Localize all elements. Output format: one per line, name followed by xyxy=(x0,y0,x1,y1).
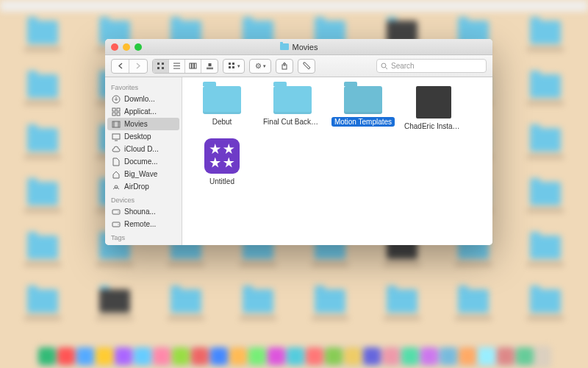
svg-line-19 xyxy=(386,67,388,69)
sidebar-item-purple[interactable]: Purple xyxy=(105,243,182,245)
svg-point-34 xyxy=(118,224,118,224)
svg-rect-23 xyxy=(112,113,115,116)
file-item[interactable]: Untitled xyxy=(190,138,254,186)
folder-icon xyxy=(203,86,241,114)
sidebar: FavoritesDownlo...Applicat...MoviesDeskt… xyxy=(105,77,182,245)
sidebar-header: Tags xyxy=(105,230,182,243)
forward-button[interactable] xyxy=(129,60,147,73)
file-item[interactable]: Motion Templates xyxy=(331,86,395,131)
tag-purple-icon xyxy=(111,244,121,245)
sidebar-item-label: Desktop xyxy=(124,132,151,141)
sidebar-item-label: AirDrop xyxy=(124,183,149,191)
disk-icon xyxy=(111,207,121,216)
sidebar-item-airdrop[interactable]: AirDrop xyxy=(105,180,182,193)
sidebar-header: Devices xyxy=(105,193,182,205)
sidebar-item-label: Downlo... xyxy=(124,95,155,103)
folder-icon xyxy=(344,86,382,114)
view-coverflow-button[interactable] xyxy=(201,60,218,73)
arrange-dropdown[interactable]: ▾ xyxy=(223,59,245,74)
folder-icon xyxy=(273,86,312,114)
view-columns-button[interactable] xyxy=(185,60,201,73)
movies-icon xyxy=(111,119,121,129)
sidebar-item-desktop[interactable]: Desktop xyxy=(105,130,182,143)
titlebar[interactable]: Movies xyxy=(105,39,492,55)
svg-rect-28 xyxy=(112,134,120,139)
svg-rect-22 xyxy=(117,108,120,111)
file-label: Final Cut Backups xyxy=(260,117,325,127)
sidebar-item-bigwave[interactable]: Big_Wave xyxy=(105,168,182,180)
file-label: ChadEric Instagram vids xyxy=(401,121,466,131)
sidebar-item-label: Applicat... xyxy=(124,107,157,116)
sidebar-item-downlo[interactable]: Downlo... xyxy=(105,93,182,105)
svg-rect-2 xyxy=(157,67,159,69)
svg-point-18 xyxy=(381,63,386,68)
svg-rect-14 xyxy=(232,63,234,65)
svg-rect-13 xyxy=(229,63,231,65)
video-thumbnail-icon xyxy=(416,86,451,118)
folder-icon xyxy=(280,43,289,50)
tags-button[interactable] xyxy=(298,59,315,74)
svg-rect-15 xyxy=(229,66,231,68)
file-item[interactable]: Debut xyxy=(190,86,254,131)
sidebar-item-icloudd[interactable]: iCloud D... xyxy=(105,143,182,155)
svg-rect-0 xyxy=(157,63,159,65)
zoom-button[interactable] xyxy=(135,43,142,51)
sidebar-item-label: Remote... xyxy=(124,220,156,228)
file-label: Debut xyxy=(209,117,235,127)
view-list-button[interactable] xyxy=(169,60,185,73)
close-button[interactable] xyxy=(111,43,118,51)
share-button[interactable] xyxy=(276,59,293,74)
svg-rect-1 xyxy=(162,63,164,65)
sidebar-item-movies[interactable]: Movies xyxy=(107,118,179,130)
svg-rect-16 xyxy=(232,66,234,68)
window-title: Movies xyxy=(293,43,318,52)
gear-icon: ⚙ xyxy=(255,62,262,70)
disk-icon xyxy=(111,219,121,229)
minimize-button[interactable] xyxy=(123,43,130,51)
view-icons-button[interactable] xyxy=(153,60,169,73)
svg-rect-8 xyxy=(192,63,194,68)
content-pane[interactable]: DebutFinal Cut BackupsMotion TemplatesCh… xyxy=(182,77,492,245)
toolbar: ▾ ⚙ ▾ Search xyxy=(105,55,492,77)
file-item[interactable]: Final Cut Backups xyxy=(260,86,325,131)
file-item[interactable]: ChadEric Instagram vids xyxy=(401,86,466,131)
sidebar-item-label: iCloud D... xyxy=(124,145,159,153)
finder-window: Movies xyxy=(105,39,492,245)
file-label: Motion Templates xyxy=(331,117,395,127)
svg-rect-21 xyxy=(112,108,115,111)
svg-rect-10 xyxy=(208,63,211,66)
icloud-icon xyxy=(111,144,121,154)
search-field[interactable]: Search xyxy=(376,59,487,73)
sidebar-item-label: Big_Wave xyxy=(124,170,157,178)
svg-rect-9 xyxy=(195,63,197,68)
action-dropdown[interactable]: ⚙ ▾ xyxy=(249,59,271,74)
search-placeholder: Search xyxy=(391,62,415,70)
sidebar-header: Favorites xyxy=(105,80,182,93)
imovie-icon xyxy=(204,138,240,174)
svg-rect-3 xyxy=(162,67,164,69)
file-label: Untitled xyxy=(207,177,237,186)
download-icon xyxy=(111,94,121,104)
view-buttons xyxy=(152,59,218,74)
svg-rect-24 xyxy=(117,113,120,116)
desktop-icon xyxy=(111,132,121,141)
sidebar-item-label: Movies xyxy=(124,120,148,128)
sidebar-item-shouna[interactable]: Shouna... xyxy=(105,205,182,218)
sidebar-item-label: Shouna... xyxy=(124,208,156,216)
home-icon xyxy=(111,169,121,179)
nav-buttons xyxy=(111,59,148,74)
traffic-lights xyxy=(111,43,142,51)
sidebar-item-applicat[interactable]: Applicat... xyxy=(105,105,182,118)
sidebar-item-label: Docume... xyxy=(124,158,158,166)
svg-point-32 xyxy=(118,211,118,212)
search-icon xyxy=(381,63,388,70)
docs-icon xyxy=(111,157,121,166)
airdrop-icon xyxy=(111,182,121,191)
apps-icon xyxy=(111,107,121,116)
sidebar-item-docume[interactable]: Docume... xyxy=(105,155,182,168)
back-button[interactable] xyxy=(112,60,129,73)
sidebar-item-remote[interactable]: Remote... xyxy=(105,218,182,230)
svg-rect-7 xyxy=(190,63,192,68)
